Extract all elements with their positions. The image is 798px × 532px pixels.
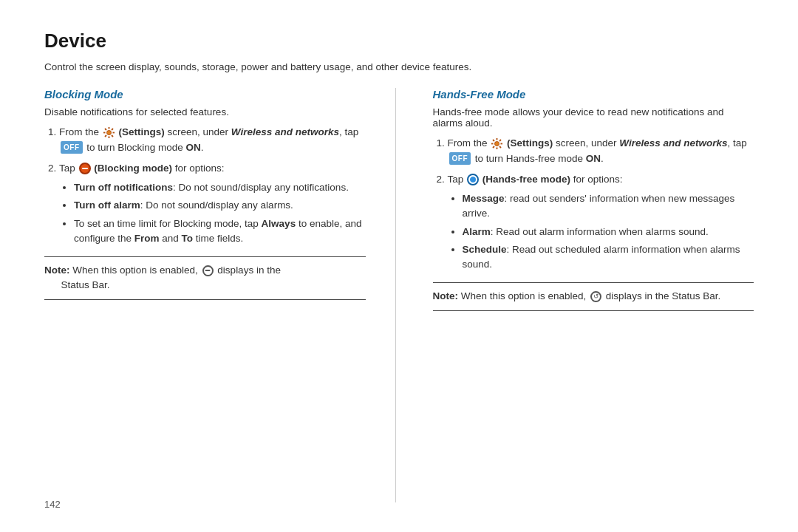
off-badge-hf: OFF	[449, 152, 471, 165]
svg-line-7	[112, 129, 113, 130]
blocking-option-alarm: Turn off alarm: Do not sound/display any…	[74, 198, 366, 213]
hands-free-title: Hands-Free Mode	[433, 88, 754, 100]
svg-line-17	[493, 146, 494, 148]
wireless-networks-hf: Wireless and networks	[619, 137, 727, 149]
blocking-mode-label: (Blocking mode)	[94, 163, 172, 174]
svg-point-9	[495, 142, 499, 146]
svg-line-16	[499, 140, 501, 141]
blocking-step-2: Tap (Blocking mode) for options: Turn of…	[59, 161, 366, 246]
settings-icon-handsfree	[491, 137, 503, 150]
settings-icon-blocking	[103, 126, 115, 139]
hands-free-step-2: Tap (Hands-free mode) for options: Messa…	[448, 172, 754, 273]
svg-line-15	[499, 146, 501, 148]
page-title: Device	[44, 30, 754, 52]
hf-option-message: Message: read out senders' information w…	[463, 191, 754, 222]
page-number: 142	[44, 499, 61, 510]
blocking-step-1: From the	[59, 125, 366, 155]
hands-free-steps: From the	[433, 136, 754, 272]
blocking-mode-icon	[79, 163, 91, 174]
svg-point-0	[106, 131, 111, 135]
blocking-option-notifications: Turn off notifications: Do not sound/dis…	[74, 180, 366, 195]
svg-line-14	[493, 140, 494, 141]
wireless-networks-1: Wireless and networks	[231, 126, 339, 137]
hf-option-schedule: Schedule: Read out scheduled alarm infor…	[463, 242, 754, 273]
hands-free-section: Hands-Free Mode Hands-free mode allows y…	[426, 88, 754, 502]
svg-line-5	[105, 129, 106, 130]
blocking-mode-title: Blocking Mode	[44, 88, 366, 100]
blocking-mode-steps: From the	[44, 125, 366, 246]
svg-line-8	[105, 135, 106, 137]
hf-option-alarm: Alarm: Read out alarm information when a…	[463, 225, 754, 239]
blocking-mode-section: Blocking Mode Disable notifications for …	[44, 88, 396, 502]
hands-free-icon	[467, 174, 479, 185]
hands-free-intro: Hands-free mode allows your device to re…	[433, 106, 754, 129]
hands-free-step-1: From the	[448, 136, 754, 166]
intro-text: Control the screen display, sounds, stor…	[44, 60, 754, 75]
on-label-hf: ON	[586, 153, 601, 164]
blocking-options-list: Turn off notifications: Do not sound/dis…	[59, 180, 366, 246]
svg-line-6	[112, 135, 113, 137]
settings-label-1: (Settings)	[119, 126, 165, 137]
blocking-note-box: Note: When this option is enabled, displ…	[44, 256, 366, 300]
on-label-blocking: ON	[186, 142, 201, 153]
settings-label-hf: (Settings)	[507, 137, 553, 149]
hands-free-options-list: Message: read out senders' information w…	[448, 191, 754, 272]
blocking-status-icon	[202, 265, 214, 276]
hf-status-icon	[590, 291, 601, 302]
off-badge-blocking: OFF	[61, 141, 83, 154]
hands-free-mode-label: (Hands-free mode)	[482, 174, 570, 185]
blocking-note-label: Note:	[44, 265, 70, 276]
hf-note-box: Note: When this option is enabled, displ…	[433, 282, 754, 310]
blocking-option-time-limit: To set an time limit for Blocking mode, …	[74, 216, 366, 247]
hf-note-label: Note:	[433, 290, 459, 301]
blocking-mode-subtitle: Disable notifications for selected featu…	[44, 106, 366, 117]
